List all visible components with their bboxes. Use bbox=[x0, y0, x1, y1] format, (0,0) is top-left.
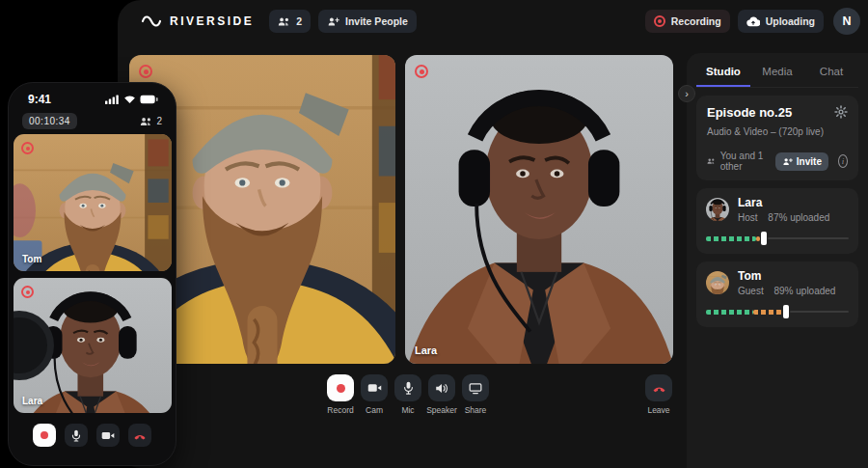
phone-clock: 9:41 bbox=[28, 93, 51, 106]
phone-hangup-button[interactable] bbox=[128, 424, 151, 447]
progress-handle bbox=[761, 232, 767, 245]
invite-people-button[interactable]: Invite People bbox=[318, 10, 417, 33]
record-dot-icon bbox=[654, 15, 665, 27]
lara-video-feed bbox=[405, 55, 673, 364]
camera-button[interactable] bbox=[361, 374, 388, 401]
gear-icon bbox=[834, 105, 848, 119]
sidebar-collapse-button[interactable]: › bbox=[678, 85, 695, 102]
tile-recording-indicator bbox=[21, 286, 34, 298]
speaker-button[interactable] bbox=[428, 374, 455, 401]
brand-name: RIVERSIDE bbox=[170, 14, 254, 28]
top-bar: RIVERSIDE 2 Invite People Recording bbox=[118, 0, 868, 42]
episode-card: Episode no.25 Audio & Video – (720p live… bbox=[696, 96, 858, 180]
phone-call-controls bbox=[9, 424, 176, 447]
phone-record-button[interactable] bbox=[33, 424, 56, 447]
recording-label: Recording bbox=[671, 15, 721, 27]
tab-chat[interactable]: Chat bbox=[804, 59, 858, 87]
riverside-logo-icon bbox=[141, 14, 162, 29]
episode-title: Episode no.25 bbox=[707, 105, 792, 120]
participant-name: Tom bbox=[738, 269, 835, 283]
tile-name-label: Tom bbox=[22, 254, 41, 264]
share-screen-icon bbox=[469, 382, 482, 395]
invite-people-label: Invite People bbox=[345, 15, 408, 27]
info-icon[interactable]: i bbox=[838, 154, 848, 168]
brand: RIVERSIDE bbox=[141, 14, 254, 29]
people-icon bbox=[140, 117, 152, 126]
episode-subtitle: Audio & Video – (720p live) bbox=[707, 126, 848, 137]
mic-icon bbox=[403, 381, 414, 395]
episode-settings-button[interactable] bbox=[834, 105, 848, 122]
session-timer: 00:10:34 bbox=[22, 113, 77, 129]
participant-upload-status: 87% uploaded bbox=[768, 212, 829, 223]
share-label: Share bbox=[465, 405, 487, 415]
sidebar-tabs: Studio Media Chat bbox=[696, 59, 858, 88]
cam-label: Cam bbox=[366, 405, 383, 415]
app-window: RIVERSIDE 2 Invite People Recording bbox=[118, 0, 868, 468]
cell-signal-icon bbox=[105, 95, 120, 104]
phone-participant-count-value: 2 bbox=[156, 116, 162, 126]
participant-role: Guest bbox=[738, 286, 764, 296]
camera-icon bbox=[367, 382, 382, 394]
hangup-icon bbox=[133, 430, 147, 441]
participant-count: 2 bbox=[296, 15, 302, 27]
participant-count-badge[interactable]: 2 bbox=[269, 10, 311, 33]
phone-tile-tom: Tom bbox=[14, 134, 172, 271]
lara-avatar bbox=[706, 198, 729, 221]
wifi-icon bbox=[123, 95, 136, 104]
leave-label: Leave bbox=[647, 405, 669, 415]
person-plus-icon bbox=[782, 157, 793, 166]
tile-recording-indicator bbox=[415, 65, 428, 78]
upload-progress-bar bbox=[706, 305, 849, 318]
tom-avatar bbox=[706, 271, 729, 294]
speaker-label: Speaker bbox=[426, 405, 457, 415]
user-avatar[interactable]: N bbox=[833, 8, 860, 35]
call-controls: Record Cam Mic bbox=[326, 374, 490, 415]
tile-name-label: Lara bbox=[415, 344, 437, 356]
progress-handle bbox=[783, 305, 789, 318]
video-tile-lara: Lara bbox=[405, 55, 673, 364]
people-icon bbox=[278, 16, 290, 27]
tom-video-feed bbox=[14, 134, 172, 271]
studio-sidebar: › Studio Media Chat Episode no.25 bbox=[687, 53, 868, 468]
tile-recording-indicator bbox=[21, 142, 34, 154]
participant-role: Host bbox=[738, 212, 758, 223]
record-button[interactable] bbox=[327, 374, 354, 401]
hangup-icon bbox=[652, 382, 666, 394]
cloud-upload-icon bbox=[746, 16, 760, 27]
upload-progress-bar bbox=[706, 232, 849, 245]
phone-mic-button[interactable] bbox=[65, 424, 88, 447]
episode-participants-summary: You and 1 other bbox=[720, 151, 766, 172]
uploading-label: Uploading bbox=[766, 15, 815, 27]
record-label: Record bbox=[327, 405, 353, 415]
leave-button[interactable] bbox=[645, 374, 672, 401]
tile-name-label: Lara bbox=[22, 396, 42, 406]
uploading-status-badge[interactable]: Uploading bbox=[738, 10, 824, 33]
episode-invite-label: Invite bbox=[797, 156, 822, 167]
recording-status-badge[interactable]: Recording bbox=[645, 10, 730, 33]
tab-media[interactable]: Media bbox=[750, 59, 804, 87]
share-screen-button[interactable] bbox=[462, 374, 489, 401]
phone-participant-count: 2 bbox=[140, 116, 162, 126]
tile-recording-indicator bbox=[139, 65, 152, 78]
participant-name: Lara bbox=[738, 196, 829, 209]
phone-tile-lara: Lara bbox=[14, 278, 172, 413]
phone-session-bar: 00:10:34 2 bbox=[9, 106, 176, 129]
speaker-icon bbox=[435, 382, 448, 395]
mic-label: Mic bbox=[401, 405, 414, 415]
tab-studio[interactable]: Studio bbox=[696, 59, 750, 87]
mic-icon bbox=[71, 429, 81, 442]
episode-invite-button[interactable]: Invite bbox=[775, 152, 828, 171]
screen: RIVERSIDE 2 Invite People Recording bbox=[0, 0, 868, 468]
people-icon bbox=[707, 156, 716, 166]
participant-card-lara: Lara Host 87% uploaded bbox=[696, 188, 858, 254]
participant-upload-status: 89% uploaded bbox=[773, 286, 835, 296]
battery-icon bbox=[140, 95, 158, 104]
person-plus-icon bbox=[327, 16, 339, 27]
mobile-companion-view: 9:41 00:10:34 bbox=[8, 82, 176, 466]
phone-camera-button[interactable] bbox=[96, 424, 120, 447]
camera-icon bbox=[101, 430, 115, 441]
mic-button[interactable] bbox=[394, 374, 421, 401]
leave-control: Leave bbox=[644, 374, 673, 415]
phone-status-bar: 9:41 bbox=[9, 83, 176, 106]
participant-card-tom: Tom Guest 89% uploaded bbox=[696, 262, 858, 327]
